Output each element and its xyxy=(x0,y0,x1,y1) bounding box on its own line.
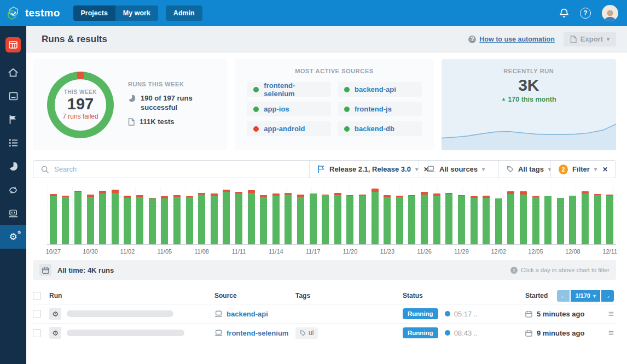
run-day-bar[interactable] xyxy=(319,186,332,244)
run-day-bar[interactable] xyxy=(517,186,530,244)
nav-projects[interactable]: Projects xyxy=(73,5,115,21)
run-day-bar[interactable]: 12/05 xyxy=(530,186,542,244)
tags-filter[interactable]: All tags ▾ xyxy=(498,161,550,178)
milestone-filter[interactable]: Release 2.1, Release 3.0 ▾ ✕ xyxy=(309,161,419,178)
source-link[interactable]: backend-api xyxy=(214,310,295,318)
run-day-bar[interactable] xyxy=(468,186,480,244)
run-day-bar[interactable] xyxy=(554,186,567,244)
run-day-bar[interactable] xyxy=(369,186,381,244)
table-row[interactable]: ⚙ backend-api Running 05:17 .. 5 minutes… xyxy=(33,304,616,323)
run-day-bar[interactable]: 11/08 xyxy=(195,186,208,244)
run-day-bar[interactable] xyxy=(542,186,554,244)
run-day-bar[interactable] xyxy=(591,186,604,244)
sidebar-item-reports[interactable] xyxy=(0,155,26,178)
run-day-bar[interactable] xyxy=(257,186,270,244)
run-day-bar[interactable] xyxy=(332,186,344,244)
run-day-bar[interactable]: 11/26 xyxy=(418,186,431,244)
bar-successful-segment xyxy=(359,196,366,244)
run-day-bar[interactable]: 12/02 xyxy=(492,186,505,244)
avatar[interactable] xyxy=(602,5,618,21)
status-badge: Running xyxy=(403,308,438,319)
sidebar-item-automation[interactable]: ⚙⚙ xyxy=(0,225,26,249)
source-chip[interactable]: frontend-selenium xyxy=(247,82,331,97)
source-chip[interactable]: app-android xyxy=(247,121,331,136)
run-day-bar[interactable]: 10/27 xyxy=(47,186,60,244)
run-day-bar[interactable]: 11/20 xyxy=(344,186,357,244)
nav-my-work[interactable]: My work xyxy=(115,5,158,21)
run-day-bar[interactable] xyxy=(109,186,121,244)
run-day-bar[interactable] xyxy=(133,186,146,244)
run-config-button[interactable]: ⚙ xyxy=(49,308,61,320)
run-day-bar[interactable] xyxy=(356,186,369,244)
sidebar-item-repeat[interactable] xyxy=(0,178,26,202)
search-box[interactable] xyxy=(33,161,309,178)
run-day-bar[interactable]: 11/05 xyxy=(158,186,171,244)
sidebar-item-list[interactable] xyxy=(0,131,26,155)
run-day-bar[interactable] xyxy=(431,186,443,244)
sidebar-item-milestones[interactable] xyxy=(0,108,26,131)
run-day-bar[interactable] xyxy=(282,186,295,244)
sidebar-item-home[interactable] xyxy=(0,61,26,84)
run-day-bar[interactable]: 11/14 xyxy=(270,186,282,244)
sidebar-item-code[interactable] xyxy=(0,202,26,225)
run-config-button[interactable]: ⚙ xyxy=(49,327,61,339)
top-navbar: testmo Projects My work Admin ? xyxy=(0,0,627,26)
page-selector[interactable]: 1/170▾ xyxy=(571,290,600,302)
select-all-checkbox[interactable] xyxy=(33,292,41,300)
run-day-bar[interactable] xyxy=(208,186,220,244)
source-link[interactable]: frontend-selenium xyxy=(214,329,295,337)
bar-successful-segment xyxy=(322,195,329,244)
nav-admin[interactable]: Admin xyxy=(166,5,202,21)
run-day-bar[interactable]: 12/08 xyxy=(567,186,579,244)
run-day-bar[interactable] xyxy=(146,186,159,244)
clear-filters[interactable]: ✕ xyxy=(602,166,608,173)
sidebar-item-docs[interactable] xyxy=(0,84,26,108)
run-day-bar[interactable] xyxy=(294,186,307,244)
row-menu-icon[interactable]: ≡ xyxy=(608,328,614,338)
source-chip[interactable]: backend-db xyxy=(338,121,422,136)
run-day-bar[interactable]: 10/30 xyxy=(84,186,97,244)
source-chip[interactable]: frontend-js xyxy=(338,102,422,116)
filter-menu[interactable]: 2 Filter ▾ ✕ xyxy=(550,161,616,178)
prev-page-button[interactable]: ← xyxy=(557,290,570,302)
run-day-bar[interactable]: 11/17 xyxy=(307,186,320,244)
row-menu-icon[interactable]: ≡ xyxy=(608,309,614,319)
nav-right: ? xyxy=(559,5,618,21)
row-checkbox[interactable] xyxy=(33,310,41,318)
run-day-bar[interactable] xyxy=(406,186,419,244)
source-chip[interactable]: backend-api xyxy=(338,82,422,97)
next-page-button[interactable]: → xyxy=(601,290,614,302)
export-button[interactable]: Export ▾ xyxy=(564,32,616,46)
table-row[interactable]: ⚙ frontend-selenium ui Running 08:43 .. xyxy=(33,323,616,342)
run-day-bar[interactable]: 11/11 xyxy=(233,186,245,244)
run-day-bar[interactable] xyxy=(579,186,591,244)
run-day-bar[interactable] xyxy=(393,186,406,244)
brand[interactable]: testmo xyxy=(7,6,60,20)
run-day-bar[interactable]: 12/11 xyxy=(603,186,616,244)
run-day-bar[interactable] xyxy=(171,186,183,244)
bar-successful-segment xyxy=(50,196,57,244)
how-to-use-automation-link[interactable]: ? How to use automation xyxy=(468,36,555,43)
source-icon xyxy=(427,166,435,173)
run-day-bar[interactable] xyxy=(72,186,84,244)
run-day-bar[interactable]: 11/23 xyxy=(381,186,393,244)
run-day-bar[interactable] xyxy=(505,186,518,244)
help-icon[interactable]: ? xyxy=(580,8,591,19)
run-day-bar[interactable] xyxy=(96,186,109,244)
run-day-bar[interactable] xyxy=(443,186,456,244)
source-chip[interactable]: app-ios xyxy=(247,102,331,116)
run-day-bar[interactable] xyxy=(480,186,492,244)
row-checkbox[interactable] xyxy=(33,329,41,337)
sources-filter[interactable]: All sources ▾ xyxy=(419,161,498,178)
run-day-bar[interactable] xyxy=(220,186,233,244)
run-day-bar[interactable] xyxy=(183,186,196,244)
run-day-bar[interactable]: 11/29 xyxy=(455,186,468,244)
tag-chip[interactable]: ui xyxy=(295,327,318,339)
started-time: 5 minutes ago xyxy=(525,310,584,318)
bell-icon[interactable] xyxy=(559,8,569,19)
run-day-bar[interactable] xyxy=(60,186,72,244)
run-day-bar[interactable]: 11/02 xyxy=(121,186,134,244)
run-day-bar[interactable] xyxy=(245,186,258,244)
search-input[interactable] xyxy=(54,165,301,173)
sidebar-item-projects-tile[interactable] xyxy=(0,33,26,56)
